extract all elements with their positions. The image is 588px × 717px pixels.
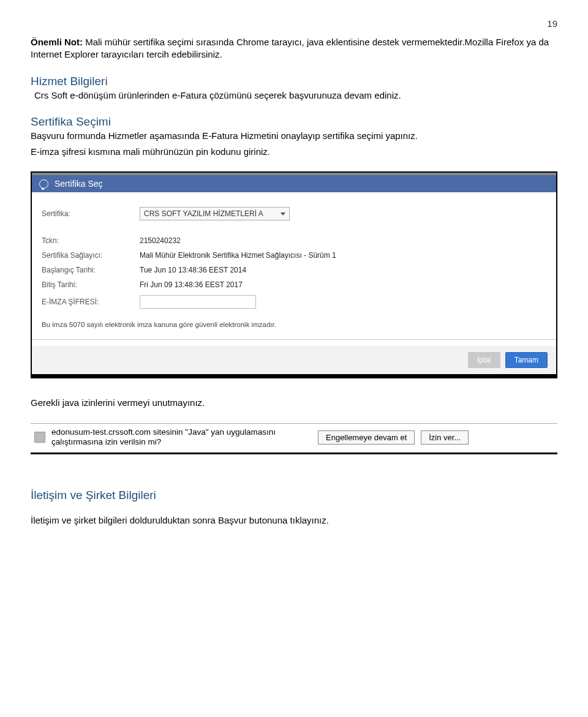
section-iletisim: İletişim ve Şirket Bilgileri	[31, 489, 557, 502]
modal-body: Sertifika: CRS SOFT YAZILIM HİZMETLERİ A…	[32, 192, 556, 346]
modal-title: Sertifika Seç	[55, 179, 103, 189]
chevron-down-icon	[281, 212, 285, 216]
value-tckn: 2150240232	[140, 236, 181, 245]
modal-header: Sertifika Seç	[32, 175, 556, 192]
note-text: Mali mühür sertifika seçimi sırasında Ch…	[31, 37, 549, 59]
value-saglayici: Mali Mühür Elektronik Sertifika Hizmet S…	[140, 251, 336, 260]
note-bold: Önemli Not:	[31, 37, 83, 47]
certificate-modal-screenshot: Sertifika Seç Sertifika: CRS SOFT YAZILI…	[31, 171, 557, 378]
value-bitis: Fri Jun 09 13:48:36 EEST 2017	[140, 280, 243, 289]
value-baslangic: Tue Jun 10 13:48:36 EEST 2014	[140, 266, 246, 274]
label-baslangic: Başlangıç Tarihi:	[42, 266, 140, 274]
sertifika-select[interactable]: CRS SOFT YAZILIM HİZMETLERİ A	[140, 207, 290, 220]
speech-bubble-icon	[39, 179, 48, 189]
plugin-icon	[34, 432, 45, 443]
iletisim-text: İletişim ve şirket bilgileri doldurulduk…	[31, 514, 557, 527]
section-sertifika-secimi: Sertifika Seçimi	[31, 115, 557, 129]
ok-button[interactable]: Tamam	[505, 352, 548, 368]
label-eimza-sifresi: E-İMZA ŞİFRESİ:	[42, 298, 140, 306]
sertifika-select-value: CRS SOFT YAZILIM HİZMETLERİ A	[144, 209, 263, 218]
sertifika-line1: Başvuru formunda Hizmetler aşamasında E-…	[31, 130, 557, 142]
java-prompt-text: edonusum-test.crssoft.com sitesinin "Jav…	[51, 427, 312, 448]
java-permissions-text: Gerekli java izinlerini vermeyi unutmayı…	[31, 397, 557, 409]
important-note: Önemli Not: Mali mühür sertifika seçimi …	[31, 36, 557, 61]
signature-disclaimer: Bu imza 5070 sayılı elektronik imza kanu…	[42, 321, 546, 328]
page-number: 19	[31, 18, 557, 29]
cancel-button[interactable]: İptal	[468, 352, 500, 368]
modal-footer: İptal Tamam	[32, 346, 556, 374]
block-button[interactable]: Engellemeye devam et	[318, 430, 415, 445]
label-saglayici: Sertifika Sağlayıcı:	[42, 251, 140, 260]
java-permission-prompt: edonusum-test.crssoft.com sitesinin "Jav…	[31, 423, 557, 455]
allow-button[interactable]: İzin ver...	[421, 430, 469, 445]
eimza-password-input[interactable]	[140, 295, 256, 309]
hizmet-bilgileri-text: Crs Soft e-dönüşüm ürünlerinden e-Fatura…	[34, 89, 557, 102]
section-hizmet-bilgileri: Hizmet Bilgileri	[31, 75, 557, 88]
label-bitis: Bitiş Tarihi:	[42, 280, 140, 289]
sertifika-line2: E-imza şifresi kısmına mali mührünüzün p…	[31, 146, 557, 158]
label-sertifika: Sertifika:	[42, 209, 140, 218]
label-tckn: Tckn:	[42, 236, 140, 245]
